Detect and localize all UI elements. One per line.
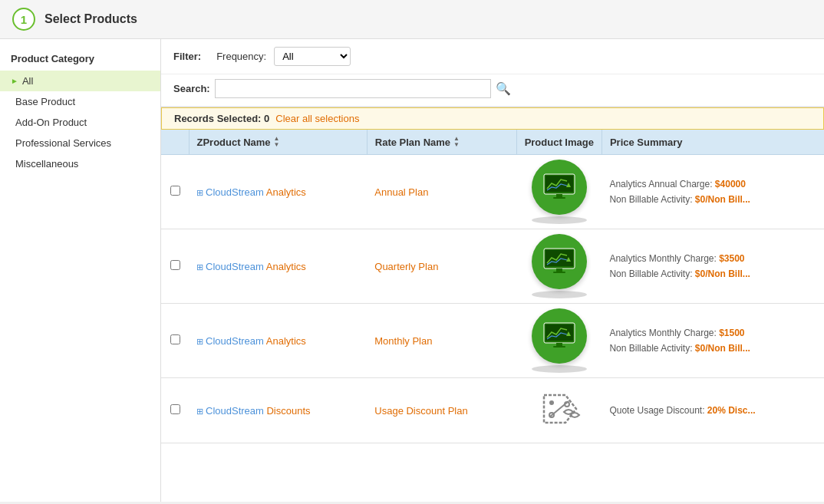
row-product-name: ⊞CloudStream Analytics [189,155,367,229]
filter-label: Filter: [173,51,201,62]
row-product-image [516,304,602,378]
svg-rect-14 [553,346,565,348]
row-checkbox-cell [161,304,189,378]
svg-rect-13 [556,343,562,346]
product-name-link[interactable]: CloudStream Discounts [206,405,311,417]
price-value-2: $0/Non Bill... [695,268,750,279]
page-title: Select Products [44,12,137,26]
product-name-link[interactable]: CloudStream Analytics [206,261,306,272]
col-checkbox [161,130,189,155]
sidebar: Product Category ► All Base Product Add-… [0,39,161,502]
sidebar-section-title: Product Category [0,48,160,71]
analytics-icon [532,160,587,215]
row-price-summary: Analytics Monthly Charge: $1500Non Billa… [602,304,824,378]
svg-rect-3 [556,194,562,197]
sidebar-item-label: Add-On Product [15,117,87,128]
row-product-name: ⊞CloudStream Analytics [189,304,367,378]
row-checkbox-cell [161,378,189,443]
price-value-1: $3500 [719,253,744,264]
row-price-summary: Quote Usage Discount: 20% Disc... [602,378,824,443]
sort-arrows-rate-plan[interactable]: ▲▼ [453,136,460,148]
main-layout: Product Category ► All Base Product Add-… [0,39,824,502]
row-rate-plan: Monthly Plan [367,304,516,378]
filter-bar: Filter: Frequency: All Monthly Quarterly… [161,39,824,74]
sidebar-item-label: Base Product [15,96,75,107]
row-rate-plan: Annual Plan [367,155,516,229]
frequency-label: Frequency: [216,51,266,62]
expand-icon[interactable]: ⊞ [196,337,203,346]
search-row: Search: 🔍 [161,74,824,107]
sidebar-item-miscellaneous[interactable]: Miscellaneous [0,153,160,174]
price-value-2: $0/Non Bill... [695,343,750,354]
row-product-name: ⊞CloudStream Analytics [189,229,367,304]
row-rate-plan: Quarterly Plan [367,229,516,304]
sidebar-item-label: Miscellaneous [15,158,78,170]
svg-point-18 [565,402,569,407]
search-input[interactable] [215,79,491,98]
row-checkbox[interactable] [170,334,180,344]
search-icon[interactable]: 🔍 [496,81,511,96]
analytics-icon [532,234,587,289]
col-image: Product Image [516,130,602,155]
expand-icon[interactable]: ⊞ [196,262,203,272]
sidebar-item-label: Professional Services [15,137,111,149]
svg-rect-9 [553,272,565,273]
sidebar-item-label: All [22,75,33,87]
arrow-icon: ► [11,77,18,85]
content-area: Filter: Frequency: All Monthly Quarterly… [161,39,824,502]
frequency-select[interactable]: All Monthly Quarterly Annual [274,47,351,66]
col-rate-plan: Rate Plan Name ▲▼ [367,130,516,155]
row-price-summary: Analytics Annual Charge: $40000Non Billa… [602,155,824,229]
step-number: 1 [12,8,35,31]
price-value-1: 20% Disc... [707,405,756,416]
filter-search-area: Filter: Frequency: All Monthly Quarterly… [161,39,824,107]
expand-icon[interactable]: ⊞ [196,188,203,197]
row-product-name: ⊞CloudStream Discounts [189,378,367,443]
row-checkbox[interactable] [170,404,180,414]
row-rate-plan: Usage Discount Plan [367,378,516,443]
row-checkbox-cell [161,155,189,229]
row-product-image [516,155,602,229]
page-header: 1 Select Products [0,0,824,39]
price-value-2: $0/Non Bill... [695,194,750,205]
col-price: Price Summary [602,130,824,155]
table-row: ⊞CloudStream AnalyticsAnnual Plan An [161,155,824,229]
row-checkbox-cell [161,229,189,304]
price-value-1: $1500 [719,328,744,338]
sort-arrows-product[interactable]: ▲▼ [274,136,280,148]
table-row: ⊞CloudStream DiscountsUsage Discount Pla… [161,378,824,443]
svg-point-15 [549,400,554,405]
analytics-icon [532,308,587,364]
row-product-image [516,229,602,304]
row-price-summary: Analytics Monthly Charge: $3500Non Billa… [602,229,824,304]
sidebar-item-professional-services[interactable]: Professional Services [0,133,160,153]
table-row: ⊞CloudStream AnalyticsQuarterly Plan [161,229,824,304]
sidebar-item-add-on-product[interactable]: Add-On Product [0,112,160,133]
row-checkbox[interactable] [170,186,180,196]
expand-icon[interactable]: ⊞ [196,407,203,416]
records-selected-text: Records Selected: 0 [174,113,269,124]
svg-rect-4 [553,197,565,199]
row-product-image [516,378,602,443]
product-table-wrapper: ZProduct Name ▲▼ Rate Plan Name ▲▼ Produ… [161,130,824,502]
clear-all-link[interactable]: Clear all selections [275,113,359,124]
table-row: ⊞CloudStream AnalyticsMonthly Plan A [161,304,824,378]
col-product-name: ZProduct Name ▲▼ [189,130,367,155]
records-bar: Records Selected: 0 Clear all selections [161,107,824,130]
row-checkbox[interactable] [170,260,180,270]
search-label: Search: [173,83,210,94]
product-name-link[interactable]: CloudStream Analytics [206,335,306,347]
discount-icon [532,383,587,438]
sidebar-item-all[interactable]: ► All [0,71,160,91]
svg-rect-8 [556,268,562,272]
sidebar-item-base-product[interactable]: Base Product [0,91,160,112]
product-table: ZProduct Name ▲▼ Rate Plan Name ▲▼ Produ… [161,130,824,443]
price-value-1: $40000 [715,179,746,189]
product-name-link[interactable]: CloudStream Analytics [206,186,306,198]
